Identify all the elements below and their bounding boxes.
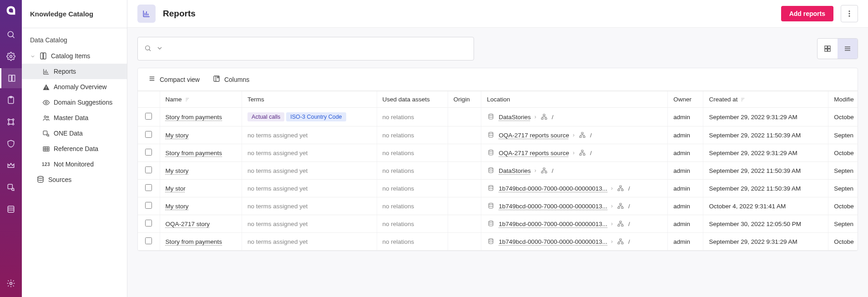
term-tag[interactable]: ISO-3 Country Code — [286, 112, 346, 121]
chevron-down-icon[interactable] — [156, 45, 163, 53]
column-created[interactable]: Created at — [703, 91, 828, 108]
no-terms: no terms assigned yet — [247, 238, 308, 245]
svg-point-8 — [12, 123, 14, 125]
sidebar-item-anomaly[interactable]: Anomaly Overview — [22, 79, 127, 95]
column-terms[interactable]: Terms — [242, 91, 377, 108]
sidebar-item-sources[interactable]: Sources — [22, 172, 127, 187]
chevron-right-icon: › — [535, 114, 536, 120]
nav-catalog[interactable] — [0, 68, 22, 88]
row-created: September 29, 2022 11:50:39 AM — [703, 180, 828, 197]
column-used[interactable]: Used data assets — [377, 91, 448, 108]
chart-icon — [42, 67, 50, 76]
row-checkbox[interactable] — [145, 184, 152, 191]
column-name[interactable]: Name — [160, 91, 242, 108]
add-reports-button[interactable]: Add reports — [781, 6, 833, 21]
row-checkbox[interactable] — [145, 149, 152, 156]
nav-crown[interactable] — [0, 156, 22, 176]
svg-point-72 — [489, 150, 493, 151]
svg-point-23 — [45, 101, 47, 103]
columns-toggle[interactable]: Columns — [212, 75, 249, 84]
nav-clipboard[interactable] — [0, 90, 22, 110]
sitemap-icon — [616, 237, 625, 246]
row-name-link[interactable]: Story from payments — [166, 238, 222, 245]
column-owner[interactable]: Owner — [668, 91, 703, 108]
location-source-link[interactable]: 1b749bcd-0000-7000-0000-00000013... — [499, 203, 607, 210]
app-logo[interactable] — [3, 3, 19, 19]
svg-point-76 — [489, 168, 493, 169]
row-checkbox[interactable] — [145, 202, 152, 209]
location-source-link[interactable]: 1b749bcd-0000-7000-0000-00000013... — [499, 221, 607, 227]
row-owner: admin — [668, 197, 703, 215]
sidebar-item-catalog-items[interactable]: Catalog Items — [22, 48, 127, 64]
row-name-link[interactable]: OQA-2717 story — [166, 221, 210, 227]
row-checkbox[interactable] — [145, 131, 152, 138]
search-input[interactable] — [168, 45, 467, 52]
row-name-link[interactable]: My story — [166, 132, 189, 139]
svg-point-0 — [8, 31, 13, 37]
sidebar-item-not-monitored[interactable]: 123 Not Monitored — [22, 156, 127, 172]
location-path: / — [590, 132, 592, 139]
svg-line-28 — [48, 136, 49, 136]
row-checkbox[interactable] — [145, 237, 152, 244]
compact-view-toggle[interactable]: Compact view — [148, 75, 200, 84]
svg-rect-78 — [541, 171, 543, 173]
column-origin[interactable]: Origin — [448, 91, 481, 108]
location-source-link[interactable]: DataStories — [499, 114, 531, 121]
svg-point-57 — [217, 77, 218, 78]
svg-point-25 — [47, 116, 49, 118]
sidebar-item-label: Domain Suggestions — [54, 99, 112, 106]
row-name-link[interactable]: My stor — [166, 185, 186, 192]
column-location[interactable]: Location — [481, 91, 668, 108]
location-source-link[interactable]: DataStories — [499, 167, 531, 174]
row-name-link[interactable]: Story from payments — [166, 150, 222, 156]
table-row: OQA-2717 story no terms assigned yet no … — [138, 215, 858, 233]
svg-point-6 — [12, 119, 14, 120]
location-source-link[interactable]: OQA-2717 reports source — [499, 150, 569, 156]
database-icon — [487, 131, 495, 139]
more-menu-button[interactable] — [841, 5, 858, 22]
row-checkbox[interactable] — [145, 220, 152, 227]
row-name-link[interactable]: My story — [166, 203, 189, 210]
sidebar-item-reference[interactable]: Reference Data — [22, 141, 127, 156]
row-name-link[interactable]: My story — [166, 167, 189, 174]
nav-search[interactable] — [0, 25, 22, 45]
table-row: Story from payments Actual callsISO-3 Co… — [138, 108, 858, 126]
nav-settings[interactable] — [0, 46, 22, 66]
chevron-right-icon: › — [573, 150, 575, 156]
main-content: Reports Add reports — [127, 0, 868, 297]
row-name-link[interactable]: Story from payments — [166, 114, 222, 121]
nav-list[interactable] — [0, 199, 22, 219]
row-modified: Octobe — [828, 144, 858, 162]
term-tag[interactable]: Actual calls — [247, 112, 284, 121]
nav-shield[interactable] — [0, 134, 22, 154]
location-source-link[interactable]: 1b749bcd-0000-7000-0000-00000013... — [499, 238, 607, 245]
sidebar-item-label: Sources — [48, 176, 71, 183]
column-modified[interactable]: Modifie — [828, 91, 858, 108]
location-source-link[interactable]: OQA-2717 reports source — [499, 132, 569, 139]
sidebar-title: Knowledge Catalog — [22, 0, 127, 28]
sitemap-icon — [616, 184, 625, 192]
sidebar-item-one-data[interactable]: ONE Data — [22, 126, 127, 141]
row-checkbox[interactable] — [145, 113, 152, 120]
svg-rect-47 — [825, 49, 827, 51]
row-checkbox[interactable] — [145, 166, 152, 173]
location-path: / — [628, 221, 630, 227]
nav-workflow[interactable] — [0, 112, 22, 132]
sidebar-item-reports[interactable]: Reports — [22, 64, 127, 79]
svg-rect-94 — [618, 242, 620, 244]
view-switch — [817, 38, 858, 59]
list-view-button[interactable] — [838, 39, 858, 59]
row-owner: admin — [668, 233, 703, 251]
nav-admin[interactable] — [0, 273, 22, 293]
sidebar-item-master[interactable]: Master Data — [22, 110, 127, 126]
svg-rect-86 — [618, 207, 620, 208]
list-icon — [148, 75, 156, 84]
location-source-link[interactable]: 1b749bcd-0000-7000-0000-00000013... — [499, 185, 607, 192]
nav-search-data[interactable] — [0, 177, 22, 197]
sidebar-item-domain[interactable]: Domain Suggestions — [22, 95, 127, 110]
row-created: September 29, 2022 11:50:39 AM — [703, 162, 828, 180]
svg-rect-26 — [43, 131, 47, 135]
row-location: 1b749bcd-0000-7000-0000-00000013... › / — [487, 237, 662, 246]
grid-view-button[interactable] — [818, 39, 838, 59]
search-input-container[interactable] — [137, 37, 474, 60]
